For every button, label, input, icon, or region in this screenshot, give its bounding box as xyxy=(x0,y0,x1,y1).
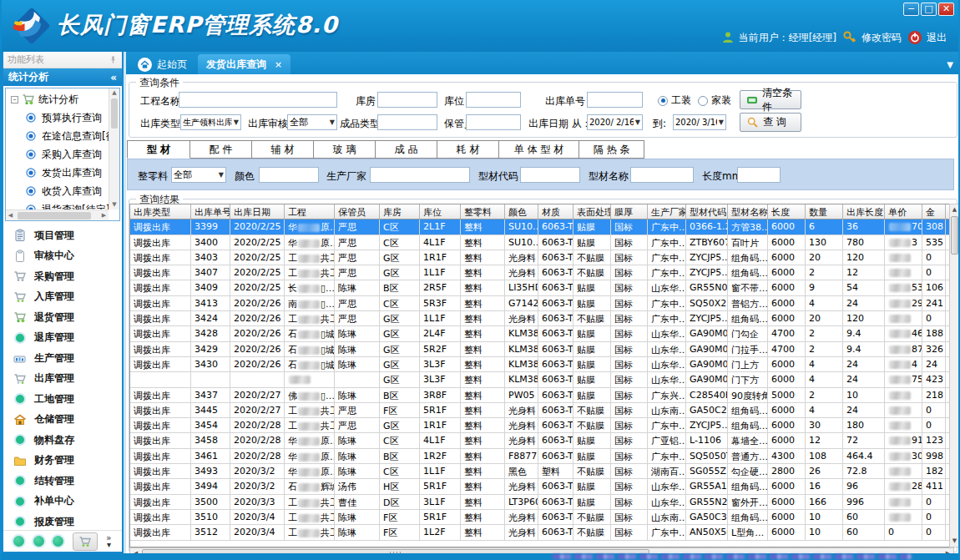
profile-name-input[interactable] xyxy=(630,167,694,183)
tree-item-3[interactable]: 发货出库查询 xyxy=(6,164,109,182)
tab-close-icon[interactable]: × xyxy=(275,59,282,70)
table-row[interactable]: 调拨出库34072020/2/25工共工程严思G区1L1F整料光身料6063-T… xyxy=(130,265,953,280)
column-header-整零料[interactable]: 整零料 xyxy=(461,204,505,219)
table-row[interactable]: 调拨出库34132020/2/26南▯…严思C区5R3F整料G714226063… xyxy=(130,296,953,311)
table-row[interactable]: 调拨出库34302020/2/26石▯城陈琳G区3L3F整料KLM3817606… xyxy=(130,357,953,372)
material-tab-5[interactable]: 耗 材 xyxy=(437,140,499,159)
material-tab-2[interactable]: 辅 材 xyxy=(252,140,314,159)
material-tab-6[interactable]: 单 体 型 材 xyxy=(499,140,579,159)
table-row[interactable]: 调拨出库33992020/2/25华原…严思C区2L1F整料SU10…6063-… xyxy=(130,219,953,235)
whole-piece-select[interactable]: 全部▼ xyxy=(171,167,226,183)
length-input[interactable] xyxy=(737,167,781,183)
column-header-长度[interactable]: 长度 xyxy=(768,204,806,219)
column-header-库位[interactable]: 库位 xyxy=(420,204,461,219)
table-row[interactable]: 调拨出库34242020/2/26工共工程严思G区1L1F整料光身料6063-T… xyxy=(130,311,953,326)
sidebar-module-仓储管理[interactable]: 仓储管理 xyxy=(3,410,122,431)
scroll-down-icon[interactable]: ▼ xyxy=(109,200,119,209)
column-header-表面处理[interactable]: 表面处理 xyxy=(573,204,611,219)
table-row[interactable]: 调拨出库34582020/2/28华原…陈琳C区4L1F整料光身料6063-T5… xyxy=(130,433,953,448)
tab-shipping-query[interactable]: 发货出库查询 × xyxy=(198,54,291,74)
table-row[interactable]: G区3L3F整料KLM38176063-T5贴膜国标山东华…GA90M09.门下… xyxy=(130,372,953,387)
date-to-picker[interactable]: 2020/ 3/16▼ xyxy=(673,114,726,130)
overflow-button[interactable]: »▾ xyxy=(106,535,111,548)
tree-root-statistics[interactable]: –统计分析 xyxy=(6,90,109,108)
column-header-出库日期[interactable]: 出库日期 xyxy=(230,204,285,219)
material-tab-4[interactable]: 成 品 xyxy=(376,140,437,159)
table-row[interactable]: 调拨出库34002020/2/25华原…严思C区4L1F整料SU10…6063-… xyxy=(130,235,953,250)
sidebar-module-财务管理[interactable]: 财务管理 xyxy=(3,451,122,472)
sidebar-module-退库管理[interactable]: 退库管理 xyxy=(3,328,122,349)
sidebar-module-工地管理[interactable]: 工地管理 xyxy=(3,389,122,410)
tree-expand-icon[interactable]: – xyxy=(11,96,18,103)
sidebar-module-结转管理[interactable]: 结转管理 xyxy=(3,471,122,492)
table-row[interactable]: 调拨出库34292020/2/26石▯城陈琳G区5R2F整料KLM3817606… xyxy=(130,342,953,357)
vertical-scroll-thumb[interactable] xyxy=(951,216,958,255)
profile-code-input[interactable] xyxy=(520,167,580,183)
audit-select[interactable]: 全部▼ xyxy=(287,114,337,130)
table-row[interactable]: 调拨出库34452020/2/27工共工程严思F区5R1F整料光身料6063-T… xyxy=(130,403,953,418)
sidebar-module-出库管理[interactable]: 出库管理 xyxy=(3,369,122,390)
clear-conditions-button[interactable]: 清空条件 xyxy=(740,90,801,109)
tree-vertical-scrollbar[interactable]: ▲ ▼ xyxy=(109,88,119,209)
tab-home[interactable]: 起始页 xyxy=(129,54,195,74)
change-password-button[interactable]: 修改密码 xyxy=(842,30,902,45)
column-header-出库长度[interactable]: 出库长度 xyxy=(843,204,885,219)
tree-item-0[interactable]: 预算执行查询 xyxy=(6,108,109,127)
sidebar-module-补单中心[interactable]: 补单中心 xyxy=(3,492,122,512)
close-button[interactable]: ✕ xyxy=(938,3,954,16)
tree-item-5[interactable]: 退货查询[待定] xyxy=(6,200,109,209)
product-type-input[interactable] xyxy=(377,114,437,130)
sidebar-module-报废管理[interactable]: 报废管理 xyxy=(3,512,122,530)
table-row[interactable]: 调拨出库35002020/3/3工共工程曹佳D区3L1F整料LT3P606063… xyxy=(130,495,953,510)
column-header-型材代码[interactable]: 型材代码 xyxy=(686,204,728,219)
table-vertical-scrollbar[interactable]: ▲ ▼ xyxy=(949,204,960,547)
column-header-数量[interactable]: 数量 xyxy=(806,204,843,219)
column-header-型材名称[interactable]: 型材名称 xyxy=(728,204,768,219)
module-cart-button[interactable] xyxy=(73,532,98,551)
manufacturer-input[interactable] xyxy=(370,167,470,183)
radio-jiazhuang[interactable]: 家装 xyxy=(698,93,731,108)
table-row[interactable]: 调拨出库34372020/2/27佛▯…陈琳B区3R8F整料PW056063-T… xyxy=(130,388,953,403)
color-input[interactable] xyxy=(259,167,319,183)
sidebar-module-项目管理[interactable]: 项目管理 xyxy=(3,225,122,246)
radio-gongzhuang[interactable]: 工装 xyxy=(658,93,691,108)
location-input[interactable] xyxy=(466,92,521,108)
material-tab-0[interactable]: 型 材 xyxy=(127,140,190,159)
scroll-right-icon[interactable]: ▶ xyxy=(99,210,109,221)
scroll-left-icon[interactable]: ◀ xyxy=(6,210,15,221)
minimize-button[interactable]: ─ xyxy=(903,3,919,16)
table-row[interactable]: 调拨出库34612020/2/28华原…陈琳B区1R2F整料F8877FT606… xyxy=(130,449,953,464)
keeper-input[interactable] xyxy=(466,114,521,130)
table-row[interactable]: 调拨出库34032020/2/25工共工程严思G区1R1F整料光身料6063-T… xyxy=(130,250,953,265)
column-header-生产厂家[interactable]: 生产厂家 xyxy=(648,204,686,219)
table-row[interactable]: 调拨出库34282020/2/26石▯城陈琳G区2L4F整料KLM3817606… xyxy=(130,326,953,341)
material-tab-7[interactable]: 隔 热 条 xyxy=(579,140,644,159)
sidebar-module-生产管理[interactable]: 生产管理 xyxy=(3,348,122,369)
column-header-颜色[interactable]: 颜色 xyxy=(505,204,538,219)
table-row[interactable]: 调拨出库34932020/3/2华原…陈琳C区1L1F整料黑色塑料不贴膜国标湖南… xyxy=(130,464,953,479)
search-button[interactable]: 查 询 xyxy=(740,113,801,132)
scroll-up-icon[interactable]: ▲ xyxy=(950,204,959,215)
table-row[interactable]: 调拨出库34542020/2/28工共工程严思G区1R1F整料光身料6063-T… xyxy=(130,418,953,433)
column-header-库房[interactable]: 库房 xyxy=(380,204,420,219)
column-header-膜厚[interactable]: 膜厚 xyxy=(611,204,648,219)
date-from-picker[interactable]: 2020/ 2/16▼ xyxy=(587,114,643,130)
sidebar-module-物料盘存[interactable]: 物料盘存 xyxy=(3,430,122,451)
module-dot-icon[interactable] xyxy=(13,536,24,547)
tree-item-2[interactable]: 采购入库查询 xyxy=(6,145,109,164)
maximize-button[interactable]: □ xyxy=(921,3,937,16)
column-header-工程[interactable]: 工程 xyxy=(285,204,335,219)
sidebar-module-审核中心[interactable]: 审核中心 xyxy=(3,246,122,267)
sidebar-module-采购管理[interactable]: 采购管理 xyxy=(3,266,122,287)
column-header-单价[interactable]: 单价 xyxy=(885,204,922,219)
collapse-icon[interactable]: « xyxy=(110,72,117,83)
column-header-保管员[interactable]: 保管员 xyxy=(335,204,380,219)
scroll-down-icon[interactable]: ▼ xyxy=(950,536,959,547)
pin-icon[interactable] xyxy=(109,55,118,64)
table-row[interactable]: 调拨出库34092020/2/25长▯…陈琳B区2R5F整料LI35HD6063… xyxy=(130,280,953,295)
sidebar-module-退货管理[interactable]: 退货管理 xyxy=(3,307,122,328)
warehouse-input[interactable] xyxy=(377,92,437,108)
module-dot-icon[interactable] xyxy=(33,536,44,547)
table-row[interactable]: 调拨出库35102020/3/4工共工程陈琳F区5R1F整料光身料6063-T5… xyxy=(130,510,953,525)
tree-item-1[interactable]: 在途信息查询[待 xyxy=(6,127,109,145)
